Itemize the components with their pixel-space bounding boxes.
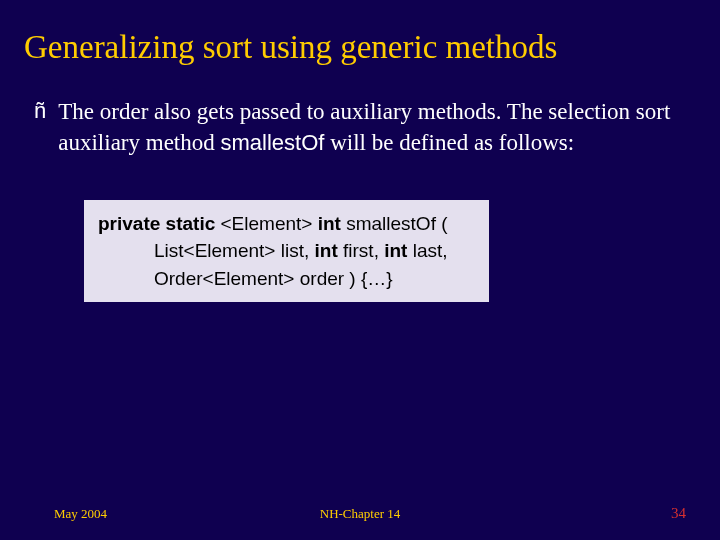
keyword-int3: int <box>384 240 407 261</box>
slide-footer: May 2004 NH-Chapter 14 34 <box>0 505 720 522</box>
bullet-text: The order also gets passed to auxiliary … <box>58 96 686 158</box>
code-block: private static <Element> int smallestOf … <box>84 200 489 303</box>
slide: Generalizing sort using generic methods … <box>0 0 720 540</box>
footer-page-number: 34 <box>671 505 686 522</box>
slide-body: ñ The order also gets passed to auxiliar… <box>0 78 720 303</box>
keyword-int: int <box>318 213 341 234</box>
slide-title: Generalizing sort using generic methods <box>0 0 720 78</box>
bullet-item: ñ The order also gets passed to auxiliar… <box>34 96 686 158</box>
footer-date: May 2004 <box>54 506 107 522</box>
code-line-3: Order<Element> order ) {…} <box>98 265 477 293</box>
keyword-static: static <box>166 213 216 234</box>
keyword-private: private <box>98 213 160 234</box>
code-sig-name: smallestOf ( <box>341 213 448 234</box>
code-l2c: last, <box>407 240 447 261</box>
bullet-text-after: will be defined as follows: <box>324 130 574 155</box>
bullet-marker: ñ <box>34 98 46 124</box>
code-l2b: first, <box>338 240 384 261</box>
footer-chapter: NH-Chapter 14 <box>320 506 401 522</box>
keyword-int2: int <box>315 240 338 261</box>
method-name: smallestOf <box>221 130 325 155</box>
code-generic: <Element> <box>215 213 317 234</box>
code-line-1: private static <Element> int smallestOf … <box>98 210 477 238</box>
code-line-2: List<Element> list, int first, int last, <box>98 237 477 265</box>
code-l2a: List<Element> list, <box>154 240 315 261</box>
